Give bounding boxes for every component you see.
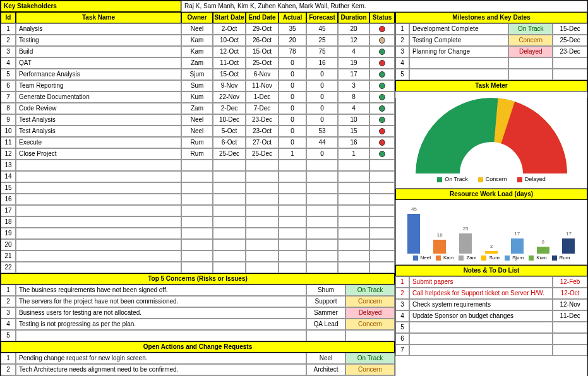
note-date[interactable]: 11-Dec [553, 310, 587, 322]
task-start[interactable]: 15-Oct [213, 69, 246, 80]
table-row[interactable]: 16 [1, 194, 395, 205]
task-actual[interactable]: 0 [279, 137, 306, 148]
task-duration[interactable]: 12 [338, 35, 369, 46]
note-date[interactable]: 12-Feb [553, 276, 587, 288]
task-name[interactable]: Test Analysis [16, 114, 181, 126]
table-row[interactable]: 17 [1, 205, 395, 216]
task-duration[interactable]: 4 [338, 46, 369, 57]
table-row[interactable]: 15 [1, 182, 395, 194]
task-end[interactable]: 11-Nov [246, 80, 279, 91]
task-owner[interactable]: Zam [181, 57, 213, 69]
task-name[interactable]: Team Reporting [16, 80, 181, 91]
table-row[interactable]: 10Test AnalysisNeel5-Oct23-Oct05315 [1, 126, 395, 137]
task-name[interactable]: Performance Analysis [16, 69, 181, 80]
table-row[interactable]: 1Development CompleteOn Track15-Dec [395, 23, 587, 35]
task-name[interactable]: Generate Documentation [16, 91, 181, 103]
task-owner[interactable]: Sjum [181, 69, 213, 80]
note-text[interactable]: Submit papers [409, 276, 553, 288]
task-actual[interactable]: 0 [279, 103, 306, 114]
task-duration[interactable]: 15 [338, 126, 369, 137]
task-end[interactable]: 23-Dec [246, 114, 279, 126]
table-row[interactable]: 6 [395, 333, 587, 344]
task-actual[interactable]: 0 [279, 57, 306, 69]
table-row[interactable]: 12Close ProjectRum25-Dec25-Dec101 [1, 148, 395, 160]
table-row[interactable]: 6Team ReportingSum9-Nov11-Nov003 [1, 80, 395, 91]
table-row[interactable]: 3Check system requirements12-Nov [395, 299, 587, 310]
task-forecast[interactable]: 0 [306, 80, 338, 91]
task-end[interactable]: 1-Dec [246, 91, 279, 103]
task-name[interactable]: QAT [16, 57, 181, 69]
table-row[interactable]: 2Call helpdesk for Support ticket on Ser… [395, 288, 587, 299]
table-row[interactable]: 3Planning for ChangeDelayed23-Dec [395, 46, 587, 57]
task-start[interactable]: 6-Oct [213, 137, 246, 148]
task-duration[interactable]: 16 [338, 137, 369, 148]
task-forecast[interactable]: 25 [306, 35, 338, 46]
task-start[interactable]: 11-Oct [213, 57, 246, 69]
milestone-date[interactable]: 25-Dec [553, 35, 587, 46]
task-owner[interactable]: Sum [181, 80, 213, 91]
table-row[interactable]: 7Generate DocumentationKum22-Nov1-Dec008 [1, 91, 395, 103]
table-row[interactable]: 2Testing CompleteConcern25-Dec [395, 35, 587, 46]
task-owner[interactable]: Kam [181, 35, 213, 46]
task-start[interactable]: 10-Dec [213, 114, 246, 126]
note-text[interactable]: Call helpdesk for Support ticket on Serv… [409, 288, 553, 299]
task-name[interactable]: Execute [16, 137, 181, 148]
task-forecast[interactable]: 44 [306, 137, 338, 148]
task-actual[interactable]: 78 [279, 46, 306, 57]
task-owner[interactable]: Neel [181, 23, 213, 35]
task-forecast[interactable]: 53 [306, 126, 338, 137]
concern-owner[interactable]: Support [306, 296, 345, 307]
task-name[interactable]: Code Review [16, 103, 181, 114]
concern-owner[interactable]: Shum [306, 285, 345, 296]
table-row[interactable]: 4Testing is not progressing as per the p… [1, 319, 395, 330]
task-start[interactable]: 2-Dec [213, 103, 246, 114]
task-forecast[interactable]: 0 [306, 69, 338, 80]
table-row[interactable]: 5 [1, 330, 395, 341]
table-row[interactable]: 1Submit papers12-Feb [395, 276, 587, 288]
table-row[interactable]: 20 [1, 239, 395, 250]
task-duration[interactable]: 1 [338, 148, 369, 160]
table-row[interactable]: 4QATZam11-Oct25-Oct01619 [1, 57, 395, 69]
table-row[interactable]: 3BuildKam12-Oct15-Oct78754 [1, 46, 395, 57]
task-owner[interactable]: Neel [181, 114, 213, 126]
task-name[interactable]: Testing [16, 35, 181, 46]
task-owner[interactable]: Rum [181, 148, 213, 160]
action-text[interactable]: Pending change request for new login scr… [16, 353, 306, 364]
task-actual[interactable]: 35 [279, 23, 306, 35]
table-row[interactable]: 2The servers for the project have not be… [1, 296, 395, 307]
task-duration[interactable]: 17 [338, 69, 369, 80]
concern-owner[interactable]: QA Lead [306, 319, 345, 330]
table-row[interactable]: 7 [395, 344, 587, 356]
task-owner[interactable]: Kum [181, 91, 213, 103]
table-row[interactable]: 5 [395, 69, 587, 80]
table-row[interactable]: 19 [1, 228, 395, 239]
task-forecast[interactable]: 0 [306, 148, 338, 160]
task-name[interactable]: Analysis [16, 23, 181, 35]
table-row[interactable]: 2Tech Architecture needs alignment need … [1, 364, 395, 375]
note-text[interactable]: Update Sponsor on budget changes [409, 310, 553, 322]
task-actual[interactable]: 1 [279, 148, 306, 160]
task-owner[interactable]: Kam [181, 46, 213, 57]
task-forecast[interactable]: 0 [306, 91, 338, 103]
milestone-name[interactable]: Planning for Change [409, 46, 508, 57]
task-start[interactable]: 5-Oct [213, 126, 246, 137]
concern-text[interactable]: Testing is not progressing as per the pl… [16, 319, 306, 330]
task-duration[interactable]: 19 [338, 57, 369, 69]
task-duration[interactable]: 4 [338, 103, 369, 114]
task-forecast[interactable]: 45 [306, 23, 338, 35]
task-end[interactable]: 7-Dec [246, 103, 279, 114]
table-row[interactable]: 13 [1, 160, 395, 171]
note-date[interactable]: 12-Oct [553, 288, 587, 299]
task-actual[interactable]: 20 [279, 35, 306, 46]
milestone-name[interactable]: Testing Complete [409, 35, 508, 46]
table-row[interactable]: 4Update Sponsor on budget changes11-Dec [395, 310, 587, 322]
concern-text[interactable]: The business requirements have not been … [16, 285, 306, 296]
task-duration[interactable]: 8 [338, 91, 369, 103]
task-end[interactable]: 29-Oct [246, 23, 279, 35]
task-end[interactable]: 23-Oct [246, 126, 279, 137]
milestone-date[interactable]: 15-Dec [553, 23, 587, 35]
task-start[interactable]: 2-Oct [213, 23, 246, 35]
task-end[interactable]: 15-Oct [246, 46, 279, 57]
task-start[interactable]: 25-Dec [213, 148, 246, 160]
milestone-date[interactable]: 23-Dec [553, 46, 587, 57]
